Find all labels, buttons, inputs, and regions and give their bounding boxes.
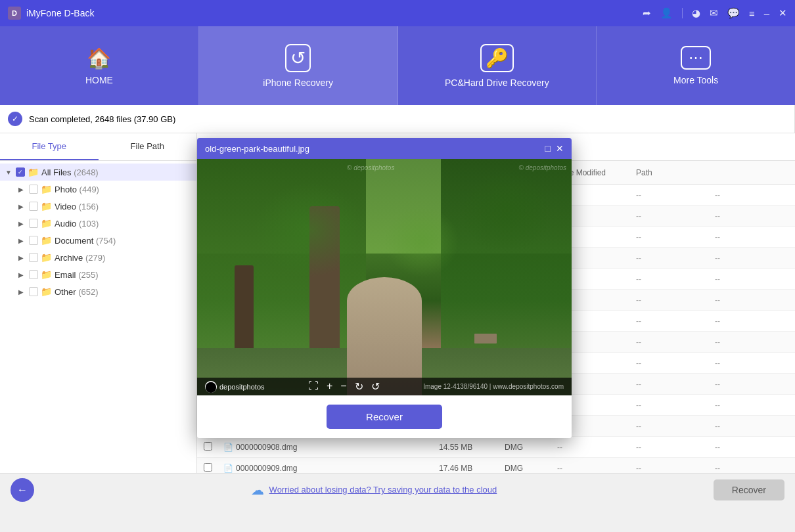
tree-label-archive: Archive (279) [55, 253, 105, 263]
col-path-header[interactable]: Path [633, 168, 712, 177]
file-icon-2: 📄 [223, 464, 233, 473]
scan-message: Scan completed, 2648 files (37.90 GB) [29, 114, 175, 124]
modal-title: old-green-park-beautiful.jpg [205, 144, 309, 154]
file-size-dmg1: 14.55 MB [436, 443, 502, 452]
tree-label-doc: Document (754) [55, 236, 116, 246]
file-type-dmg1: DMG [502, 443, 555, 452]
fullscreen-icon[interactable]: ⛶ [308, 380, 319, 393]
file-path-dmg2: -- [633, 464, 712, 473]
scan-check-icon: ✓ [8, 112, 22, 126]
tab-file-type[interactable]: File Type [0, 133, 99, 160]
mail-icon[interactable]: ✉ [710, 7, 718, 19]
tree-arrow-audio: ▶ [18, 220, 26, 227]
modal-close-icon[interactable]: ✕ [556, 143, 564, 154]
file-extra-dmg1: -- [712, 443, 791, 452]
nav-more-tools[interactable]: ⋯ More Tools [597, 26, 795, 105]
file-size-dmg2: 17.46 MB [436, 464, 502, 473]
modal-logo-area: ⬤ depositphotos [205, 381, 265, 393]
rotate-left-icon[interactable]: ↻ [355, 380, 363, 393]
cloud-link[interactable]: Worried about losing data? Try saving yo… [269, 485, 497, 495]
row-checkbox-dmg1[interactable] [204, 442, 212, 451]
tree-checkbox-audio[interactable] [29, 219, 38, 228]
rotate-right-icon[interactable]: ↺ [371, 380, 380, 393]
tree-checkbox-all[interactable]: ✓ [16, 167, 25, 177]
file-date-dmg2: -- [555, 464, 633, 473]
tree-arrow-other: ▶ [18, 288, 26, 296]
tree-arrow-video: ▶ [18, 203, 26, 210]
nav-pc-label: PC&Hard Drive Recovery [445, 78, 549, 88]
nav-iphone-recovery[interactable]: ↺ iPhone Recovery [199, 26, 398, 105]
main-recover-button[interactable]: Recover [714, 479, 784, 500]
tree-checkbox-other[interactable] [29, 287, 38, 296]
file-extra-dmg2: -- [712, 464, 791, 473]
tree-folder-all: 📁 [28, 167, 39, 177]
window-controls: ➦ 👤 ◕ ✉ 💬 ≡ – ✕ [643, 7, 787, 19]
tree-checkbox-video[interactable] [29, 202, 38, 211]
tree-label-audio: Audio (103) [55, 219, 99, 229]
tree-folder-archive: 📁 [41, 252, 52, 263]
cloud-message-area: ☁ Worried about losing data? Try saving … [251, 482, 497, 498]
modal-maximize-icon[interactable]: □ [545, 143, 551, 154]
sidebar-tabs: File Type File Path [0, 133, 196, 161]
nav-home-label: HOME [85, 75, 113, 85]
tree-folder-doc: 📁 [41, 235, 52, 246]
minimize-icon[interactable]: – [764, 8, 769, 19]
tree-checkbox-photo[interactable] [29, 185, 38, 194]
file-path-dmg1: -- [633, 443, 712, 452]
tree-item-video[interactable]: ▶ 📁 Video (156) [0, 198, 196, 215]
table-row-dmg1[interactable]: 📄0000000908.dmg 14.55 MB DMG -- -- -- [197, 437, 795, 458]
back-button[interactable]: ← [11, 478, 34, 502]
zoom-out-icon[interactable]: − [340, 380, 346, 393]
tree-item-other[interactable]: ▶ 📁 Other (652) [0, 283, 196, 300]
zoom-in-icon[interactable]: + [327, 380, 332, 393]
tree-arrow-doc: ▶ [18, 237, 26, 244]
location-icon[interactable]: ◕ [692, 7, 700, 19]
tree-item-photo[interactable]: ▶ 📁 Photo (449) [0, 181, 196, 198]
nav-pc-recovery[interactable]: 🔑 PC&Hard Drive Recovery [398, 26, 597, 105]
chat-icon[interactable]: 💬 [727, 7, 740, 19]
sidebar: File Type File Path ▼ ✓ 📁 All Files (264… [0, 133, 197, 473]
nav-home[interactable]: 🏠 HOME [0, 26, 199, 105]
modal-footer: Recover [197, 395, 572, 438]
menu-icon[interactable]: ≡ [749, 8, 755, 19]
app-logo: D [8, 7, 21, 20]
tree-item-audio[interactable]: ▶ 📁 Audio (103) [0, 215, 196, 232]
modal-recover-button[interactable]: Recover [327, 405, 442, 429]
user-icon[interactable]: 👤 [660, 7, 673, 19]
share-icon[interactable]: ➦ [643, 7, 651, 19]
park-scene: © depositphotos © depositphotos [197, 159, 572, 395]
tree-label-video: Video (156) [55, 202, 99, 211]
title-bar: D iMyFone D-Back ➦ 👤 ◕ ✉ 💬 ≡ – ✕ [0, 0, 795, 26]
nav-bar: 🏠 HOME ↺ iPhone Recovery 🔑 PC&Hard Drive… [0, 26, 795, 105]
table-row-dmg2[interactable]: 📄0000000909.dmg 17.46 MB DMG -- -- -- [197, 458, 795, 473]
tree-checkbox-doc[interactable] [29, 236, 38, 245]
tree-arrow-all: ▼ [5, 169, 13, 176]
deposit-logo-icon: ⬤ [205, 381, 217, 393]
close-icon[interactable]: ✕ [779, 7, 787, 19]
separator [682, 8, 683, 18]
foliage-2 [459, 171, 553, 254]
tree-folder-audio: 📁 [41, 218, 52, 229]
tree-folder-email: 📁 [41, 269, 52, 280]
tree-arrow-email: ▶ [18, 271, 26, 278]
cloud-icon: ☁ [251, 482, 264, 498]
tree-checkbox-email[interactable] [29, 270, 38, 279]
tree-label-photo: Photo (449) [55, 185, 99, 194]
iphone-recovery-icon: ↺ [285, 44, 311, 72]
scan-row: ✓ Scan completed, 2648 files (37.90 GB) [0, 105, 795, 133]
tab-file-path[interactable]: File Path [99, 133, 197, 160]
main-area: ✓ Scan completed, 2648 files (37.90 GB) … [0, 105, 795, 473]
tree-item-archive[interactable]: ▶ 📁 Archive (279) [0, 249, 196, 266]
tree-checkbox-archive[interactable] [29, 253, 38, 262]
modal-image-toolbar: ⬤ depositphotos ⛶ + − ↻ ↺ Image 12-4138/… [197, 378, 572, 395]
tree-item-document[interactable]: ▶ 📁 Document (754) [0, 232, 196, 249]
row-checkbox-dmg2[interactable] [204, 463, 212, 472]
tree-item-all-files[interactable]: ▼ ✓ 📁 All Files (2648) [0, 164, 196, 181]
tree-folder-video: 📁 [41, 201, 52, 211]
tree-item-email[interactable]: ▶ 📁 Email (255) [0, 266, 196, 283]
home-icon: 🏠 [87, 47, 111, 70]
modal-zoom-controls: ⛶ + − ↻ ↺ [308, 380, 380, 393]
pc-recovery-icon: 🔑 [480, 44, 514, 72]
modal-image-info: Image 12-4138/96140 | www.depositphotos.… [423, 383, 564, 390]
preview-modal: old-green-park-beautiful.jpg □ ✕ © depos… [197, 138, 572, 438]
